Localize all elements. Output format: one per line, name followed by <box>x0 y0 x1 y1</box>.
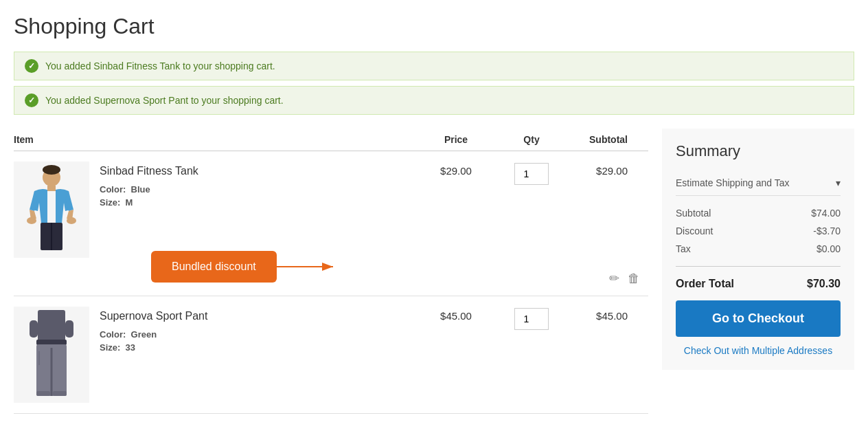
item-qty-2[interactable] <box>497 307 566 403</box>
alert-item2: You added Supernova Sport Pant to your s… <box>14 86 854 115</box>
summary-total-row: Order Total $70.30 <box>676 272 841 300</box>
alert-item1: You added Sinbad Fitness Tank to your sh… <box>14 52 854 80</box>
item-name-1: Sinbad Fitness Tank <box>100 165 198 177</box>
bundled-discount-badge: Bundled discount <box>151 251 277 283</box>
estimate-shipping-tax[interactable]: Estimate Shipping and Tax ▾ <box>676 170 841 196</box>
discount-value: -$3.70 <box>813 225 841 236</box>
svg-rect-10 <box>30 320 38 338</box>
svg-rect-17 <box>53 391 67 396</box>
summary-divider <box>676 266 841 267</box>
item-info-2: Supernova Sport Pant Color: Green Size: … <box>14 307 415 403</box>
item-color-1: Color: Blue <box>100 184 198 195</box>
estimate-label: Estimate Shipping and Tax <box>676 177 790 188</box>
summary-title: Summary <box>676 142 841 160</box>
alert-message-2: You added Supernova Sport Pant to your s… <box>45 95 284 106</box>
delete-button-1[interactable]: 🗑 <box>626 269 641 287</box>
cart-section: Item Price Qty Subtotal <box>14 129 648 414</box>
item-image-2 <box>14 307 89 403</box>
item-color-2: Color: Green <box>100 329 207 340</box>
item-subtotal-1: $29.00 <box>566 162 648 258</box>
edit-button-1[interactable]: ✏ <box>608 269 621 287</box>
tax-value: $0.00 <box>816 243 841 254</box>
item-price-1: $29.00 <box>415 162 497 258</box>
item-name-2: Supernova Sport Pant <box>100 310 207 322</box>
svg-rect-11 <box>65 320 73 338</box>
svg-point-3 <box>27 217 36 224</box>
col-header-qty: Qty <box>497 134 566 145</box>
item-details-1: Sinbad Fitness Tank Color: Blue Size: M <box>100 162 198 210</box>
item-size-2: Size: 33 <box>100 342 207 353</box>
chevron-down-icon: ▾ <box>836 177 841 188</box>
svg-point-1 <box>43 165 60 175</box>
alert-message-1: You added Sinbad Fitness Tank to your sh… <box>45 60 275 71</box>
cart-item-row-2: Supernova Sport Pant Color: Green Size: … <box>14 296 648 414</box>
order-total-value: $70.30 <box>807 278 841 290</box>
subtotal-value: $74.00 <box>811 208 841 219</box>
svg-rect-12 <box>36 340 67 345</box>
col-header-subtotal: Subtotal <box>566 134 648 145</box>
svg-point-4 <box>67 217 76 224</box>
item-image-1 <box>14 162 89 258</box>
success-icon-2 <box>25 93 38 107</box>
alert-container: You added Sinbad Fitness Tank to your sh… <box>14 52 854 115</box>
svg-rect-9 <box>38 310 65 341</box>
item-subtotal-2: $45.00 <box>566 307 648 403</box>
col-header-item: Item <box>14 134 415 145</box>
col-header-price: Price <box>415 134 497 145</box>
cart-item-row-1: Sinbad Fitness Tank Color: Blue Size: M <box>14 151 648 296</box>
order-total-label: Order Total <box>676 278 734 290</box>
discount-label: Discount <box>676 225 713 236</box>
success-icon-1 <box>25 59 38 73</box>
summary-tax-row: Tax $0.00 <box>676 240 841 258</box>
summary-rows: Subtotal $74.00 Discount -$3.70 Tax $0.0… <box>676 204 841 258</box>
svg-rect-2 <box>47 186 56 191</box>
tax-label: Tax <box>676 243 691 254</box>
item-info-1: Sinbad Fitness Tank Color: Blue Size: M <box>14 162 415 258</box>
cart-header: Item Price Qty Subtotal <box>14 129 648 151</box>
qty-input-2[interactable] <box>514 308 549 330</box>
item-actions-1: ✏ 🗑 <box>608 269 641 287</box>
page-title: Shopping Cart <box>14 14 854 39</box>
item-size-1: Size: M <box>100 197 198 208</box>
qty-input-1[interactable] <box>514 163 549 185</box>
item-details-2: Supernova Sport Pant Color: Green Size: … <box>100 307 207 355</box>
summary-subtotal-row: Subtotal $74.00 <box>676 204 841 222</box>
subtotal-label: Subtotal <box>676 208 711 219</box>
summary-discount-row: Discount -$3.70 <box>676 222 841 240</box>
summary-panel: Summary Estimate Shipping and Tax ▾ Subt… <box>662 129 854 370</box>
checkout-button[interactable]: Go to Checkout <box>676 300 841 337</box>
item-price-2: $45.00 <box>415 307 497 403</box>
svg-rect-16 <box>36 391 50 396</box>
discount-arrow <box>277 256 339 277</box>
item-qty-1[interactable] <box>497 162 566 258</box>
multi-address-link[interactable]: Check Out with Multiple Addresses <box>676 345 841 356</box>
